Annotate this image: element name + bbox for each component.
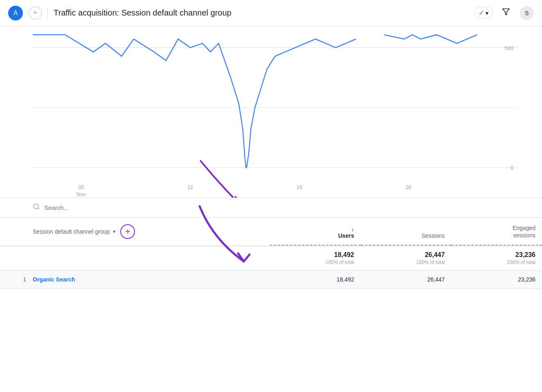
engaged-sessions-label: Engagedsessions — [513, 224, 535, 239]
row-sessions-value: 26,447 — [361, 276, 452, 283]
table-header-row: Session default channel group ▾ + ↓ User… — [0, 218, 542, 246]
totals-users-cell: 18,492 100% of total — [270, 251, 361, 265]
page-title: Traffic acquisition: Session default cha… — [54, 8, 468, 18]
data-table: Session default channel group ▾ + ↓ User… — [0, 218, 542, 289]
user-avatar-a[interactable]: A — [8, 6, 23, 20]
svg-text:500: 500 — [505, 45, 513, 51]
totals-row: 18,492 100% of total 26,447 100% of tota… — [0, 246, 542, 270]
engaged-sessions-column-header[interactable]: Engagedsessions — [451, 218, 542, 246]
dimension-label: Session default channel group — [33, 228, 110, 235]
svg-point-12 — [34, 204, 38, 209]
totals-users-value: 18,492 — [277, 251, 354, 259]
sessions-column-header[interactable]: Sessions — [361, 218, 452, 246]
svg-text:0: 0 — [511, 165, 513, 171]
header: A + Traffic acquisition: Session default… — [0, 0, 542, 26]
status-badge[interactable]: ✓ ▾ — [474, 7, 493, 19]
users-sort-icon: ↓ — [351, 226, 354, 232]
chart-area: 500 0 05 Nov 12 19 26 — [0, 26, 542, 198]
totals-engaged-value: 23,236 — [458, 251, 535, 259]
users-column-header[interactable]: ↓ Users — [270, 218, 361, 246]
totals-sessions-sub: 100% of total — [367, 259, 445, 265]
search-input[interactable] — [44, 204, 167, 211]
add-tab-button[interactable]: + — [29, 7, 42, 20]
line-chart: 500 0 05 Nov 12 19 26 — [33, 26, 517, 198]
row-users-value: 18,492 — [270, 276, 361, 283]
status-chevron: ▾ — [486, 10, 488, 16]
search-icon — [33, 203, 40, 212]
row-number: 1 — [0, 276, 33, 283]
table-row: 1 Organic Search 18,492 26,447 23,236 — [0, 270, 542, 289]
check-icon: ✓ — [479, 9, 484, 17]
svg-text:12: 12 — [187, 184, 193, 190]
main-content: 500 0 05 Nov 12 19 26 — [0, 26, 542, 289]
svg-text:05: 05 — [78, 184, 84, 190]
row-engaged-value: 23,236 — [451, 276, 542, 283]
totals-engaged-cell: 23,236 100% of total — [451, 251, 542, 265]
search-bar — [0, 198, 542, 218]
filter-icon[interactable] — [502, 8, 510, 18]
row-dimension-value[interactable]: Organic Search — [33, 276, 270, 283]
user-avatar-s[interactable]: S — [520, 6, 534, 20]
svg-line-13 — [38, 208, 39, 209]
dimension-chevron-icon[interactable]: ▾ — [113, 229, 115, 234]
add-dimension-button[interactable]: + — [120, 224, 135, 239]
totals-users-sub: 100% of total — [277, 259, 354, 265]
svg-marker-0 — [503, 9, 510, 15]
svg-text:26: 26 — [405, 184, 411, 190]
totals-sessions-value: 26,447 — [367, 251, 445, 259]
svg-text:19: 19 — [297, 184, 302, 190]
dimension-column-header: Session default channel group ▾ + — [0, 218, 270, 246]
totals-sessions-cell: 26,447 100% of total — [361, 251, 452, 265]
svg-text:Nov: Nov — [76, 191, 86, 197]
header-divider — [47, 7, 48, 20]
totals-engaged-sub: 100% of total — [458, 259, 535, 265]
